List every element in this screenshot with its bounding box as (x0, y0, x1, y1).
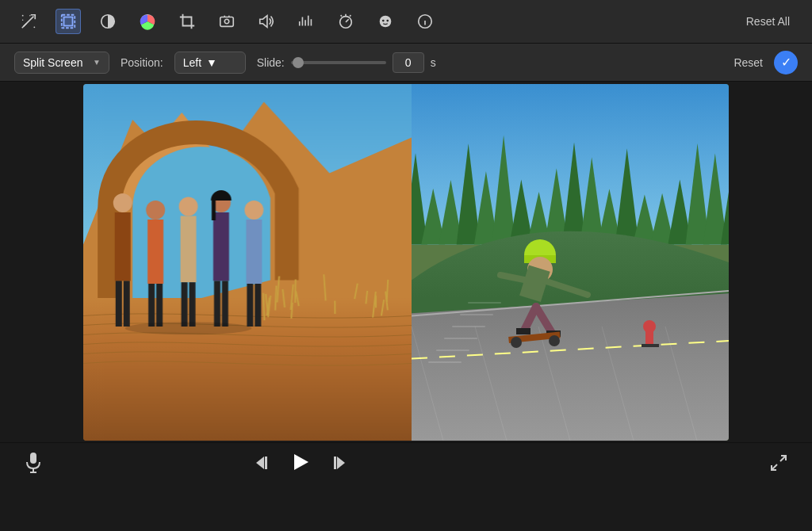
svg-point-4 (22, 19, 23, 20)
top-toolbar: Reset All (0, 0, 812, 44)
stabilization-icon[interactable] (214, 9, 239, 34)
effect-dropdown-label: Split Screen (23, 56, 82, 69)
volume-icon[interactable] (254, 9, 279, 34)
svg-point-2 (22, 15, 24, 17)
effect-dropdown[interactable]: Split Screen ▼ (14, 52, 109, 74)
svg-marker-37 (337, 457, 345, 469)
video-right-panel (412, 84, 729, 441)
magic-wand-icon[interactable] (16, 9, 41, 34)
skip-forward-button[interactable] (327, 453, 347, 476)
svg-point-5 (29, 15, 30, 16)
transform-icon[interactable] (56, 9, 81, 34)
robot-icon[interactable] (373, 9, 398, 34)
svg-line-22 (341, 15, 342, 16)
video-right-canvas (412, 84, 729, 441)
playback-bar (0, 442, 812, 486)
svg-point-11 (224, 19, 229, 24)
fullscreen-button[interactable] (769, 453, 788, 476)
svg-marker-36 (294, 454, 308, 470)
skip-back-button[interactable] (255, 453, 274, 476)
svg-marker-14 (260, 16, 267, 28)
position-dropdown-chevron: ▼ (206, 56, 217, 69)
svg-rect-31 (30, 453, 36, 464)
slide-container: Slide: 0 s (257, 52, 436, 73)
color-balance-icon[interactable] (95, 9, 121, 34)
svg-point-3 (33, 26, 35, 28)
crop-icon[interactable] (174, 9, 200, 34)
reset-button[interactable]: Reset (733, 56, 763, 69)
noise-reduction-icon[interactable] (293, 9, 319, 34)
reset-all-button[interactable]: Reset All (740, 12, 796, 31)
video-left-canvas (83, 84, 412, 441)
svg-marker-34 (256, 457, 264, 469)
play-button[interactable] (289, 451, 312, 478)
svg-rect-7 (64, 17, 73, 26)
svg-point-20 (340, 17, 352, 29)
info-icon[interactable] (412, 9, 438, 34)
svg-line-23 (350, 15, 350, 16)
split-screen-container (83, 84, 729, 441)
svg-rect-38 (334, 457, 336, 469)
confirm-button[interactable]: ✓ (774, 51, 798, 74)
svg-rect-35 (265, 457, 267, 469)
color-wheel-icon[interactable] (135, 9, 160, 34)
svg-point-27 (386, 20, 389, 22)
mic-button[interactable] (24, 451, 43, 478)
position-dropdown-label: Left (183, 56, 201, 69)
video-preview-area (0, 82, 812, 442)
position-dropdown[interactable]: Left ▼ (174, 52, 246, 74)
speed-icon[interactable] (333, 9, 358, 34)
svg-rect-10 (220, 17, 234, 27)
time-input[interactable]: 0 (393, 52, 424, 73)
time-unit: s (431, 56, 436, 69)
confirm-icon: ✓ (781, 55, 791, 70)
effect-dropdown-chevron: ▼ (93, 58, 101, 67)
svg-line-40 (772, 464, 777, 470)
controls-bar: Split Screen ▼ Position: Left ▼ Slide: 0… (0, 44, 812, 82)
video-left-panel (83, 84, 412, 441)
slide-slider[interactable] (291, 61, 386, 64)
svg-point-26 (382, 20, 385, 22)
svg-point-25 (380, 16, 392, 28)
slide-thumb[interactable] (293, 57, 304, 68)
svg-line-39 (780, 456, 786, 461)
playback-controls (255, 451, 347, 478)
slide-label: Slide: (257, 56, 285, 69)
svg-line-24 (346, 19, 349, 22)
svg-line-1 (22, 24, 27, 29)
position-label: Position: (121, 56, 163, 69)
